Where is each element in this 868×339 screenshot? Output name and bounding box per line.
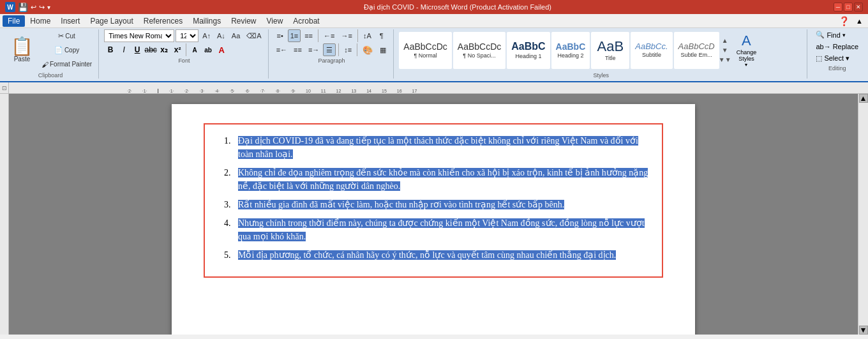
highlight-button[interactable]: ab [202, 43, 214, 56]
help-icon[interactable]: ❓ [835, 16, 853, 26]
page-container: 1. Đại dịch COVID-19 đã và đang tiếp tục… [9, 94, 858, 335]
decrease-font-button[interactable]: A↓ [214, 29, 228, 42]
scroll-up-button[interactable]: ▲ [859, 94, 868, 103]
format-painter-icon: 🖌 [41, 61, 49, 68]
align-right-button[interactable]: ≡→ [306, 43, 322, 56]
list-item[interactable]: 5. Mỗi địa phương, tổ chức, cá nhân hãy … [224, 248, 649, 262]
styles-container: AaBbCcDc ¶ Normal AaBbCcDc ¶ No Spaci...… [399, 32, 729, 69]
list-text: Nhưng chính trong thời điểm này, chúng t… [238, 216, 649, 243]
menu-review[interactable]: Review [226, 15, 261, 27]
scroll-down-button[interactable]: ▼ [859, 326, 868, 335]
styles-expand[interactable]: ▼▼ [721, 56, 730, 64]
document-list: 1. Đại dịch COVID-19 đã và đang tiếp tục… [218, 134, 649, 262]
style-normal-label: ¶ Normal [414, 52, 437, 59]
style-no-spacing-preview: AaBbCcDc [458, 42, 501, 51]
list-item[interactable]: 1. Đại dịch COVID-19 đã và đang tiếp tục… [224, 134, 649, 161]
replace-button[interactable]: ab→ Replace [812, 41, 862, 52]
menu-file[interactable]: File [3, 15, 25, 27]
align-center-button[interactable]: ≡≡ [291, 43, 304, 56]
change-case-button[interactable]: Aa [229, 29, 243, 42]
cut-button[interactable]: ✂ Cut [39, 30, 94, 43]
list-item[interactable]: 3. Rất nhiều gia đình đã mất việc làm, h… [224, 198, 649, 211]
vertical-scrollbar[interactable]: ▲ ▼ [858, 94, 868, 335]
style-heading2-preview: AaBbC [556, 42, 586, 51]
menu-references[interactable]: References [138, 15, 188, 27]
format-painter-button[interactable]: 🖌 Format Painter [39, 58, 94, 71]
paste-button[interactable]: 📋 Paste [6, 36, 38, 64]
dropdown-icon[interactable]: ▾ [47, 4, 50, 11]
menu-view[interactable]: View [262, 15, 288, 27]
minimize-ribbon-icon[interactable]: ▲ [853, 17, 865, 25]
bold-button[interactable]: B [104, 43, 117, 56]
menu-bar: File Home Insert Page Layout References … [0, 14, 868, 28]
subscript-button[interactable]: x₂ [158, 43, 170, 56]
change-styles-button[interactable]: A ChangeStyles ▾ [732, 29, 761, 71]
increase-font-button[interactable]: A↑ [200, 29, 213, 42]
style-subtitle[interactable]: AaBbCc. Subtitle [631, 32, 672, 69]
minimize-button[interactable]: ─ [834, 3, 842, 11]
menu-insert[interactable]: Insert [56, 15, 85, 27]
quick-save-icon[interactable]: 💾 [18, 3, 28, 12]
clipboard-group: 📋 Paste ✂ Cut 📄 Copy 🖌 Format Painter Cl… [3, 29, 99, 79]
line-spacing-button[interactable]: ↕≡ [341, 43, 354, 56]
list-item[interactable]: 4. Nhưng chính trong thời điểm này, chún… [224, 216, 649, 243]
change-styles-icon: A [742, 33, 751, 49]
select-button[interactable]: ⬚ Select ▾ [812, 53, 862, 64]
borders-button[interactable]: ▦ [377, 43, 389, 56]
increase-indent-button[interactable]: →≡ [338, 29, 354, 42]
text-effect-button[interactable]: A [188, 43, 201, 56]
bullets-button[interactable]: ≡• [274, 29, 287, 42]
clipboard-label: Clipboard [6, 72, 94, 79]
style-heading2[interactable]: AaBbC Heading 2 [551, 32, 590, 69]
menu-mailings[interactable]: Mailings [188, 15, 226, 27]
copy-button[interactable]: 📄 Copy [39, 44, 94, 57]
underline-button[interactable]: U [131, 43, 144, 56]
style-title[interactable]: AaB Title [591, 32, 629, 69]
justify-button[interactable]: ☰ [323, 43, 336, 56]
editing-group: 🔍 Find ▾ ab→ Replace ⬚ Select ▾ Editing [809, 29, 865, 79]
redo-icon[interactable]: ↪ [39, 3, 45, 11]
list-number: 3. [224, 198, 238, 211]
font-size-select[interactable]: 12 10 14 16 [176, 29, 198, 42]
styles-scroll-up[interactable]: ▲ [721, 36, 730, 45]
clear-format-button[interactable]: ⌫A [244, 29, 264, 42]
undo-icon[interactable]: ↩ [31, 3, 36, 11]
decrease-indent-button[interactable]: ←≡ [321, 29, 337, 42]
italic-button[interactable]: I [117, 43, 130, 56]
left-ruler [0, 94, 9, 335]
numbering-button[interactable]: 1≡ [288, 29, 301, 42]
strikethrough-button[interactable]: abc [144, 43, 157, 56]
styles-scroll-down[interactable]: ▼ [721, 46, 730, 54]
menu-acrobat[interactable]: Acrobat [288, 15, 324, 27]
align-left-button[interactable]: ≡← [274, 43, 290, 56]
font-color-button[interactable]: A [215, 43, 228, 56]
ruler-corner[interactable]: ⊡ [0, 82, 9, 93]
style-subtitle-preview: AaBbCc. [635, 42, 668, 50]
style-heading1-preview: AaBbC [511, 41, 545, 52]
replace-label: Replace [833, 43, 858, 50]
menu-page-layout[interactable]: Page Layout [85, 15, 138, 27]
change-styles-label: ChangeStyles [737, 49, 757, 62]
superscript-button[interactable]: x² [171, 43, 184, 56]
style-heading1[interactable]: AaBbC Heading 1 [507, 32, 550, 69]
paragraph-group: ≡• 1≡ ≡≡ ←≡ →≡ ↕A ¶ ≡← ≡≡ ≡→ ☰ ↕≡ 🎨 ▦ [270, 29, 394, 79]
style-title-preview: AaB [597, 40, 624, 54]
page: 1. Đại dịch COVID-19 đã và đang tiếp tục… [172, 104, 695, 335]
paste-label: Paste [14, 56, 31, 63]
show-para-button[interactable]: ¶ [375, 29, 388, 42]
style-subtle[interactable]: AaBbCcD Subtle Em... [674, 32, 719, 69]
style-normal[interactable]: AaBbCcDc ¶ Normal [399, 32, 451, 69]
close-button[interactable]: ✕ [854, 3, 863, 11]
paste-icon: 📋 [11, 38, 33, 56]
menu-home[interactable]: Home [25, 15, 56, 27]
style-no-spacing[interactable]: AaBbCcDc ¶ No Spaci... [453, 32, 505, 69]
sort-button[interactable]: ↕A [361, 29, 374, 42]
font-name-select[interactable]: Times New Roman Arial Calibri [104, 29, 174, 42]
list-item[interactable]: 2. Không chỉ đe dọa nghiêm trọng đến sức… [224, 166, 649, 193]
find-button[interactable]: 🔍 Find ▾ [812, 29, 862, 40]
multilevel-button[interactable]: ≡≡ [302, 29, 315, 42]
style-no-spacing-label: ¶ No Spaci... [463, 52, 495, 59]
shading-button[interactable]: 🎨 [360, 43, 375, 56]
maximize-button[interactable]: □ [844, 3, 853, 11]
cut-icon: ✂ [58, 32, 64, 40]
